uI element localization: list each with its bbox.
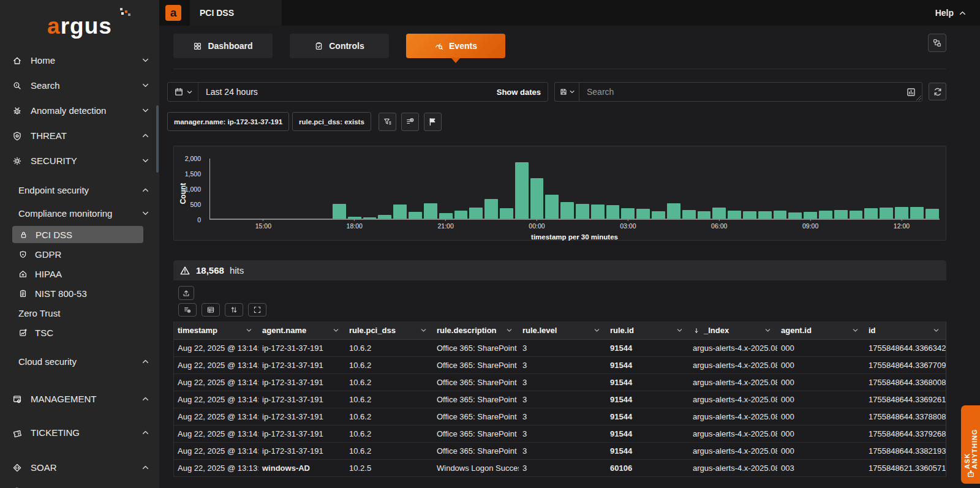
table-row[interactable]: Aug 22, 2025 @ 13:14:04.ip-172-31-37-191… [174, 357, 946, 374]
histogram-bar[interactable] [438, 159, 453, 219]
sidebar-item-management[interactable]: MANAGEMENT [0, 386, 159, 411]
histogram-bar[interactable] [377, 159, 393, 219]
sidebar-item-search[interactable]: Search [0, 73, 159, 98]
calendar-dropdown-button[interactable] [168, 83, 198, 101]
sidebar-item-anomaly-detection[interactable]: Anomaly detection [0, 98, 159, 123]
sidebar-item-ticketing[interactable]: TICKETING [0, 420, 159, 445]
histogram-bar[interactable] [848, 159, 864, 219]
histogram-bar[interactable] [681, 159, 696, 219]
column-header-timestamp[interactable]: timestamp [174, 321, 258, 339]
add-filter-button[interactable] [401, 113, 419, 131]
histogram-bar[interactable] [894, 159, 910, 219]
workflow-button[interactable] [928, 34, 946, 52]
histogram-bar[interactable] [712, 159, 727, 219]
search-input[interactable] [579, 87, 906, 97]
histogram-bar[interactable] [514, 159, 529, 219]
histogram-bar[interactable] [545, 159, 560, 219]
histogram-bar[interactable] [620, 159, 636, 219]
histogram-bar[interactable] [484, 159, 499, 219]
query-stats-icon[interactable] [906, 87, 916, 97]
ask-anything-button[interactable]: ASK ANYTHING [961, 405, 980, 484]
table-row[interactable]: Aug 22, 2025 @ 13:14:04.ip-172-31-37-191… [174, 426, 946, 443]
histogram-bar[interactable] [469, 159, 484, 219]
histogram-bar[interactable] [255, 159, 271, 219]
histogram-bar[interactable] [757, 159, 772, 219]
histogram-bar[interactable] [788, 159, 803, 219]
table-row[interactable]: Aug 22, 2025 @ 13:13:41.windows-AD10.2.5… [174, 460, 946, 477]
histogram-bar[interactable] [560, 159, 575, 219]
tab-controls[interactable]: Controls [290, 34, 389, 58]
histogram-bar[interactable] [909, 159, 924, 219]
histogram-bar[interactable] [727, 159, 742, 219]
histogram-bar[interactable] [772, 159, 788, 219]
histogram-bar[interactable] [696, 159, 712, 219]
export-button[interactable] [178, 286, 194, 300]
table-row[interactable]: Aug 22, 2025 @ 13:14:04.ip-172-31-37-191… [174, 391, 946, 408]
histogram-bar[interactable] [317, 159, 332, 219]
resize-handle[interactable] [916, 96, 921, 100]
table-view-button[interactable] [202, 303, 220, 317]
breadcrumb[interactable]: PCI DSS [190, 0, 282, 26]
histogram-bar[interactable] [803, 159, 818, 219]
table-row[interactable]: Aug 22, 2025 @ 13:14:04.ip-172-31-37-191… [174, 340, 946, 357]
histogram-bar[interactable] [499, 159, 514, 219]
topbar-logo[interactable]: a [165, 5, 181, 21]
filter-pill[interactable]: manager.name: ip-172-31-37-191 [167, 112, 289, 131]
tab-dashboard[interactable]: Dashboard [173, 34, 273, 58]
histogram-bar[interactable] [210, 159, 225, 219]
histogram-bar[interactable] [347, 159, 362, 219]
histogram-bar[interactable] [393, 159, 408, 219]
histogram-bar[interactable] [225, 159, 241, 219]
histogram-bar[interactable] [575, 159, 590, 219]
histogram-bar[interactable] [818, 159, 834, 219]
sidebar-item-cloud-security[interactable]: Cloud security [0, 350, 159, 373]
sidebar-item-threat[interactable]: THREAT [0, 123, 159, 148]
column-header-rule-description[interactable]: rule.description [433, 321, 519, 339]
columns-settings-button[interactable] [178, 303, 197, 317]
time-range-picker[interactable]: Last 24 hours Show dates [167, 82, 548, 102]
sidebar-item-home[interactable]: Home [0, 48, 159, 73]
sidebar-item-tsc[interactable]: TSC [0, 323, 159, 342]
sidebar-item-zero-trust[interactable]: Zero Trust [0, 303, 159, 323]
histogram-bar[interactable] [666, 159, 681, 219]
histogram-bar[interactable] [453, 159, 469, 219]
column-header-agent-name[interactable]: agent.name [258, 321, 345, 339]
sidebar-item-analytics[interactable]: Analytics [0, 480, 159, 488]
histogram-bar[interactable] [636, 159, 651, 219]
table-row[interactable]: Aug 22, 2025 @ 13:14:04.ip-172-31-37-191… [174, 408, 946, 426]
column-header-agent-id[interactable]: agent.id [777, 321, 865, 339]
refresh-button[interactable] [929, 83, 946, 100]
fullscreen-button[interactable] [248, 303, 266, 317]
histogram-bar[interactable] [864, 159, 879, 219]
sidebar-item-soar[interactable]: SOAR [0, 455, 159, 480]
sidebar-item-nist-800-53[interactable]: NIST 800-53 [0, 283, 159, 303]
tab-events[interactable]: Events [406, 34, 505, 58]
filter-pill[interactable]: rule.pci_dss: exists [292, 112, 371, 131]
flag-button[interactable] [424, 113, 442, 131]
histogram-bar[interactable] [742, 159, 757, 219]
table-row[interactable]: Aug 22, 2025 @ 13:14:04.ip-172-31-37-191… [174, 374, 946, 391]
column-header-rule-level[interactable]: rule.level [519, 321, 606, 339]
sidebar-item-security[interactable]: SECURITY [0, 148, 159, 173]
histogram-bar[interactable] [833, 159, 848, 219]
sort-fields-button[interactable] [225, 303, 243, 317]
histogram-bar[interactable] [605, 159, 620, 219]
histogram-bar[interactable] [879, 159, 894, 219]
show-dates-button[interactable]: Show dates [497, 88, 548, 97]
histogram-bar[interactable] [362, 159, 377, 219]
histogram-bar[interactable] [286, 159, 301, 219]
help-menu[interactable]: Help [935, 8, 967, 18]
column-header-rule-id[interactable]: rule.id [606, 321, 689, 339]
histogram-bar[interactable] [408, 159, 423, 219]
histogram-bar[interactable] [332, 159, 347, 219]
histogram-bar[interactable] [271, 159, 286, 219]
histogram-bar[interactable] [590, 159, 605, 219]
histogram-bar[interactable] [301, 159, 317, 219]
save-query-button[interactable] [554, 82, 579, 102]
column-header-id[interactable]: id [865, 321, 946, 339]
filter-options-button[interactable] [379, 113, 396, 131]
histogram-bar[interactable] [529, 159, 545, 219]
sidebar-item-hipaa[interactable]: HIPAA [0, 264, 159, 283]
histogram-bar[interactable] [651, 159, 666, 219]
sidebar-item-compliance-monitoring[interactable]: Compliance monitoring [0, 201, 159, 225]
